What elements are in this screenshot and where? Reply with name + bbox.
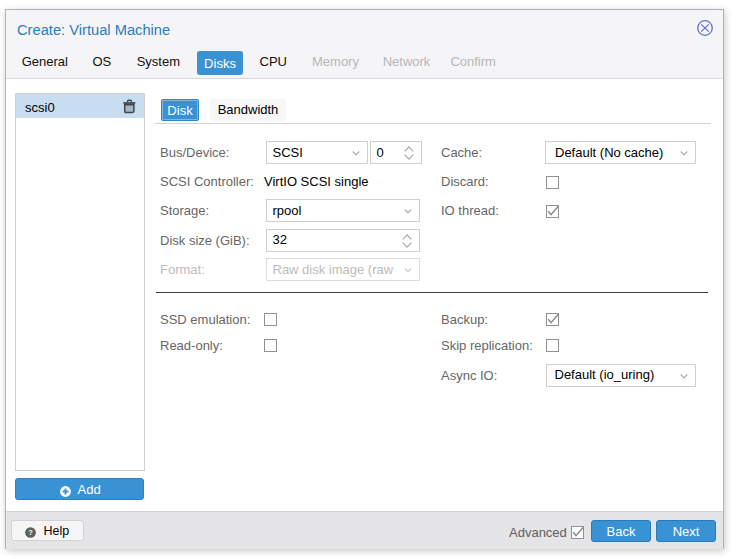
svg-text:?: ? xyxy=(28,528,33,537)
